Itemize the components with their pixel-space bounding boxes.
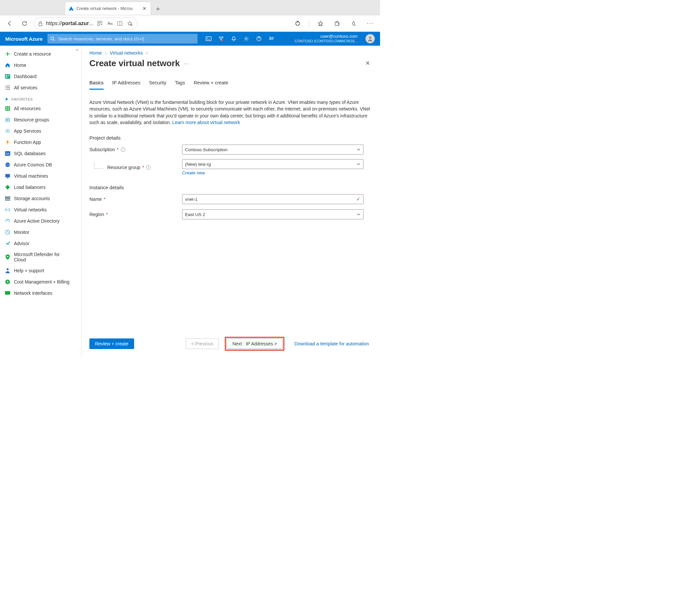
review-create-button[interactable]: Review + create	[89, 338, 134, 349]
global-search[interactable]	[47, 34, 198, 44]
storage-icon	[5, 195, 10, 202]
row-subscription: Subscription * i Contoso Subscription	[89, 144, 372, 155]
sidebar-collapse-icon[interactable]: «	[76, 47, 78, 52]
label-resource-group: Resource group * i	[89, 165, 182, 170]
resource-group-dropdown[interactable]: (New) test-rg	[182, 159, 364, 169]
svg-rect-24	[5, 106, 7, 108]
more-actions-icon[interactable]: ···	[184, 61, 190, 67]
browser-tab-title: Create virtual network - Micros	[76, 6, 139, 11]
address-bar[interactable]: https://portal.azur... AN	[34, 18, 137, 29]
sidebar-all-services[interactable]: All services	[0, 82, 81, 93]
tab-security[interactable]: Security	[149, 77, 166, 90]
subscription-dropdown[interactable]: Contoso Subscription	[182, 145, 364, 155]
sidebar-item-load-balancers[interactable]: Load balancers	[0, 182, 81, 193]
close-blade-icon[interactable]: ✕	[363, 57, 372, 69]
sidebar-item-cosmos-db[interactable]: Azure Cosmos DB	[0, 159, 81, 170]
global-search-input[interactable]	[58, 36, 195, 42]
sidebar-item-sql-databases[interactable]: SQLSQL databases	[0, 148, 81, 159]
sidebar-favorites-header: ★ FAVORITES	[0, 93, 81, 103]
sidebar-item-cost-management[interactable]: $Cost Management + Billing	[0, 276, 81, 287]
name-input[interactable]: vnet-1 ✓	[182, 194, 364, 204]
form-body: Azure Virtual Network (VNet) is the fund…	[82, 90, 380, 251]
svg-rect-30	[5, 110, 7, 111]
sidebar-item-monitor[interactable]: Monitor	[0, 227, 81, 238]
azure-brand[interactable]: Microsoft Azure	[5, 36, 43, 42]
svg-rect-3	[98, 24, 99, 25]
sidebar-item-aad[interactable]: Azure Active Directory	[0, 215, 81, 227]
sidebar-create-resource[interactable]: Create a resource	[0, 48, 81, 60]
region-dropdown[interactable]: East US 2	[182, 209, 364, 219]
breadcrumb-virtual-networks[interactable]: Virtual networks	[110, 50, 143, 55]
sidebar-label: Help + support	[14, 268, 44, 273]
settings-icon[interactable]	[243, 36, 249, 42]
refresh-button[interactable]	[19, 18, 30, 29]
previous-button[interactable]: < Previous	[186, 338, 219, 349]
label-name: Name *	[89, 196, 182, 202]
collections-icon[interactable]	[332, 18, 342, 29]
sidebar-item-virtual-machines[interactable]: Virtual machines	[0, 170, 81, 182]
new-tab-button[interactable]: ＋	[153, 4, 163, 14]
input-value: vnet-1	[185, 197, 198, 202]
sidebar-item-defender[interactable]: Microsoft Defender for Cloud	[0, 249, 81, 265]
svg-point-14	[246, 38, 247, 39]
tab-basics[interactable]: Basics	[89, 77, 104, 90]
sidebar-item-network-interfaces[interactable]: Network interfaces	[0, 287, 81, 299]
sidebar-home[interactable]: Home	[0, 60, 81, 71]
footer-actions: Review + create < Previous Next : IP Add…	[82, 332, 380, 357]
sidebar-label: All resources	[14, 106, 41, 111]
back-button[interactable]	[5, 18, 15, 29]
text-size-icon[interactable]: AN	[107, 18, 113, 29]
user-avatar-icon[interactable]	[365, 34, 375, 43]
sidebar-label: Azure Cosmos DB	[14, 162, 52, 167]
browser-tab-active[interactable]: Create virtual network - Micros ✕	[65, 2, 151, 15]
sidebar-item-all-resources[interactable]: All resources	[0, 103, 81, 114]
apps-icon[interactable]	[97, 18, 103, 29]
svg-line-11	[54, 40, 54, 41]
sidebar-label: Monitor	[14, 230, 29, 235]
split-screen-icon[interactable]	[116, 18, 123, 29]
sidebar-item-advisor[interactable]: Advisor	[0, 238, 81, 249]
sidebar-item-function-app[interactable]: Function App	[0, 137, 81, 148]
next-button[interactable]: Next : IP Addresses >	[226, 338, 283, 349]
chevron-down-icon	[357, 147, 361, 151]
create-new-link[interactable]: Create new	[182, 170, 205, 175]
sidebar-dashboard[interactable]: Dashboard	[0, 71, 81, 82]
cloud-shell-icon[interactable]	[206, 36, 211, 42]
sidebar-item-resource-groups[interactable]: Resource groups	[0, 114, 81, 125]
label-region: Region *	[89, 212, 182, 217]
directory-filter-icon[interactable]	[218, 36, 224, 42]
browser-tab-strip: Create virtual network - Micros ✕ ＋	[0, 0, 380, 15]
tab-close-icon[interactable]: ✕	[142, 5, 147, 11]
tab-tags[interactable]: Tags	[175, 77, 185, 90]
form-tabs: Basics IP Addresses Security Tags Review…	[82, 71, 380, 90]
site-info-icon[interactable]	[38, 21, 43, 26]
sidebar-item-storage-accounts[interactable]: Storage accounts	[0, 193, 81, 204]
svg-text:SQL: SQL	[5, 152, 10, 155]
svg-rect-27	[5, 108, 7, 109]
favorite-star-icon[interactable]	[127, 18, 133, 29]
sidebar-label: Network interfaces	[14, 290, 52, 296]
user-account[interactable]: user@contoso.com CONTOSO (CONTOSO.ONMICR…	[295, 34, 358, 43]
home-icon	[5, 62, 10, 68]
menu-icon[interactable]: ···	[365, 18, 376, 29]
notifications-icon[interactable]	[231, 36, 237, 42]
breadcrumb-home[interactable]: Home	[89, 50, 101, 55]
label-text: Subscription	[89, 147, 115, 152]
tab-review-create[interactable]: Review + create	[194, 77, 228, 90]
svg-rect-1	[98, 21, 99, 23]
sidebar-item-virtual-networks[interactable]: Virtual networks	[0, 204, 81, 215]
favorites-icon[interactable]	[315, 18, 326, 29]
svg-point-13	[222, 40, 224, 41]
help-icon[interactable]	[256, 36, 262, 42]
info-icon[interactable]: i	[146, 165, 151, 170]
sidebar-item-app-services[interactable]: App Services	[0, 125, 81, 137]
browser-toolbar: https://portal.azur... AN ···	[0, 15, 380, 32]
feedback-icon[interactable]	[269, 36, 274, 42]
extensions-icon[interactable]	[292, 18, 303, 29]
info-icon[interactable]: i	[121, 147, 126, 152]
sidebar-item-help-support[interactable]: Help + support	[0, 265, 81, 276]
tab-ip-addresses[interactable]: IP Addresses	[112, 77, 140, 90]
learn-more-link[interactable]: Learn more about virtual network	[172, 120, 240, 125]
performance-icon[interactable]	[348, 18, 359, 29]
download-template-link[interactable]: Download a template for automation	[294, 341, 369, 347]
